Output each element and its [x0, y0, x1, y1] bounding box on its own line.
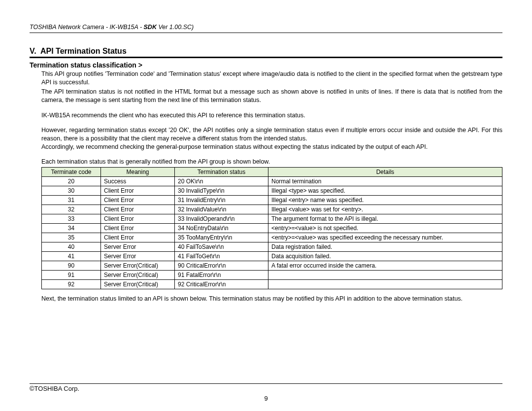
cell-status: 90 CriticalError\r\n — [175, 261, 268, 271]
paragraph-2: The API termination status is not notifi… — [41, 88, 502, 104]
cell-code: 91 — [42, 271, 101, 280]
table-row: 92Server Error(Critical)92 CriticalError… — [42, 280, 502, 289]
copyright: ©TOSHIBA Corp. — [30, 385, 79, 392]
cell-meaning: Client Error — [101, 233, 175, 242]
cell-meaning: Client Error — [101, 214, 175, 224]
cell-status: 34 NoEntryData\r\n — [175, 224, 268, 233]
cell-meaning: Success — [101, 177, 175, 186]
cell-details — [268, 280, 502, 289]
cell-details: Illegal <value> was set for <entry>. — [268, 205, 502, 214]
table-row: 40Server Error40 FailToSave\r\nData regi… — [42, 242, 502, 252]
cell-status: 31 InvalidEntry\r\n — [175, 196, 268, 205]
cell-status: 30 InvalidType\r\n — [175, 186, 268, 196]
th-code: Terminate code — [42, 168, 101, 177]
cell-details: Illegal <type> was specified. — [268, 186, 502, 196]
cell-details: Data acquisition failed. — [268, 252, 502, 261]
table-row: 33Client Error33 InvalidOperand\r\nThe a… — [42, 214, 502, 224]
cell-status: 40 FailToSave\r\n — [175, 242, 268, 252]
cell-meaning: Server Error(Critical) — [101, 271, 175, 280]
table-row: 91Server Error(Critical)91 FatalError\r\… — [42, 271, 502, 280]
cell-details: Illegal <entry> name was specified. — [268, 196, 502, 205]
table-row: 30Client Error30 InvalidType\r\nIllegal … — [42, 186, 502, 196]
paragraph-5: Accordingly, we recommend checking the g… — [41, 143, 502, 151]
table-row: 35Client Error35 TooManyEntry\r\n<entry>… — [42, 233, 502, 242]
table-header-row: Terminate code Meaning Termination statu… — [42, 168, 502, 177]
th-details: Details — [268, 168, 502, 177]
cell-details: The argument format to the API is illega… — [268, 214, 502, 224]
product-name: TOSHIBA Network Camera - IK-WB15A - — [30, 24, 144, 31]
th-meaning: Meaning — [101, 168, 175, 177]
footer-rule — [30, 383, 502, 384]
cell-code: 40 — [42, 242, 101, 252]
cell-details: <entry>=<value> was specified exceeding … — [268, 233, 502, 242]
cell-details: A fatal error occurred inside the camera… — [268, 261, 502, 271]
paragraph-3: IK-WB15A recommends the client who has e… — [41, 111, 502, 120]
footer: ©TOSHIBA Corp. — [30, 383, 502, 392]
cell-meaning: Server Error — [101, 242, 175, 252]
header-rule — [30, 33, 502, 33]
cell-meaning: Server Error(Critical) — [101, 261, 175, 271]
paragraph-4-5: However, regarding termination status ex… — [41, 126, 502, 151]
cell-code: 30 — [42, 186, 101, 196]
cell-code: 32 — [42, 205, 101, 214]
cell-status: 91 FatalError\r\n — [175, 271, 268, 280]
table-intro: Each termination status that is generall… — [41, 158, 502, 165]
cell-meaning: Client Error — [101, 196, 175, 205]
cell-status: 20 OK\r\n — [175, 177, 268, 186]
cell-code: 34 — [42, 224, 101, 233]
cell-code: 41 — [42, 252, 101, 261]
cell-code: 90 — [42, 261, 101, 271]
cell-meaning: Server Error — [101, 252, 175, 261]
cell-details — [268, 271, 502, 280]
cell-code: 20 — [42, 177, 101, 186]
sdk-label: SDK — [144, 24, 157, 31]
cell-status: 35 TooManyEntry\r\n — [175, 233, 268, 242]
section-number: V. — [30, 47, 36, 55]
doc-header: TOSHIBA Network Camera - IK-WB15A - SDK … — [30, 24, 502, 31]
th-status: Termination status — [175, 168, 268, 177]
section-rule — [30, 57, 502, 58]
cell-meaning: Client Error — [101, 186, 175, 196]
cell-status: 41 FailToGet\r\n — [175, 252, 268, 261]
cell-code: 31 — [42, 196, 101, 205]
cell-code: 33 — [42, 214, 101, 224]
termination-table: Terminate code Meaning Termination statu… — [41, 167, 502, 289]
table-row: 34Client Error34 NoEntryData\r\n<entry>=… — [42, 224, 502, 233]
table-row: 41Server Error41 FailToGet\r\nData acqui… — [42, 252, 502, 261]
cell-status: 32 InvalidValue\r\n — [175, 205, 268, 214]
section-heading: V. API Termination Status — [30, 47, 502, 56]
table-row: 90Server Error(Critical)90 CriticalError… — [42, 261, 502, 271]
table-row: 20Success20 OK\r\nNormal termination — [42, 177, 502, 186]
cell-status: 33 InvalidOperand\r\n — [175, 214, 268, 224]
subsection-heading: Termination status classification > — [30, 61, 502, 69]
section-title: API Termination Status — [40, 47, 127, 55]
cell-details: Data registration failed. — [268, 242, 502, 252]
paragraph-1: This API group notifies 'Termination cod… — [41, 70, 502, 87]
table-row: 32Client Error32 InvalidValue\r\nIllegal… — [42, 205, 502, 214]
cell-details: Normal termination — [268, 177, 502, 186]
cell-meaning: Client Error — [101, 224, 175, 233]
cell-code: 92 — [42, 280, 101, 289]
cell-meaning: Client Error — [101, 205, 175, 214]
cell-code: 35 — [42, 233, 101, 242]
table-row: 31Client Error31 InvalidEntry\r\nIllegal… — [42, 196, 502, 205]
page-number: 9 — [0, 395, 532, 402]
cell-status: 92 CriticalError\r\n — [175, 280, 268, 289]
cell-meaning: Server Error(Critical) — [101, 280, 175, 289]
version-text: Ver 1.00.SC) — [157, 24, 194, 31]
cell-details: <entry>=<value> is not specified. — [268, 224, 502, 233]
after-table-paragraph: Next, the termination status limited to … — [41, 295, 502, 302]
paragraph-4: However, regarding termination status ex… — [41, 126, 502, 143]
